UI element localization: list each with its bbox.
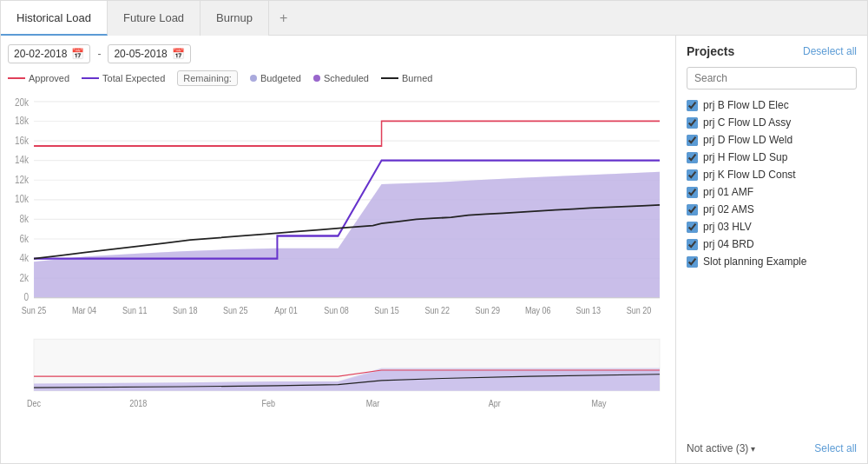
- calendar-from-icon: 📅: [71, 48, 84, 60]
- prj-03-checkbox[interactable]: [687, 222, 698, 233]
- svg-text:16k: 16k: [15, 135, 30, 146]
- tab-historical[interactable]: Historical Load: [1, 1, 108, 36]
- svg-text:10k: 10k: [15, 194, 30, 205]
- svg-text:2k: 2k: [19, 272, 29, 283]
- svg-text:14k: 14k: [15, 154, 30, 165]
- legend-total-expected: Total Expected: [82, 73, 165, 83]
- svg-text:18k: 18k: [15, 115, 30, 126]
- app-container: Historical Load Future Load Burnup + 20-…: [0, 0, 868, 464]
- list-item: prj D Flow LD Weld: [687, 131, 857, 149]
- prj-03-label: prj 03 HLV: [703, 221, 752, 233]
- legend-scheduled: Scheduled: [313, 73, 369, 83]
- list-item: Slot planning Example: [687, 253, 857, 270]
- prj-h-label: prj H Flow LD Sup: [703, 151, 787, 163]
- slot-label: Slot planning Example: [703, 255, 806, 268]
- date-separator: -: [97, 48, 101, 60]
- svg-text:May 06: May 06: [525, 305, 551, 315]
- prj-b-label: prj B Flow LD Elec: [703, 99, 789, 111]
- approved-line-icon: [8, 77, 25, 79]
- list-item: prj B Flow LD Elec: [687, 96, 857, 114]
- date-from-input[interactable]: 20-02-2018 📅: [8, 44, 90, 63]
- main-chart-svg: 20k 18k 16k 14k 12k 10k 8k 6k 4k 2k 0: [8, 91, 668, 463]
- svg-text:Sun 11: Sun 11: [122, 305, 148, 315]
- not-active-section: Not active (3) ▾ Select all: [687, 437, 857, 454]
- svg-text:Sun 18: Sun 18: [173, 305, 198, 315]
- prj-c-label: prj C Flow LD Assy: [703, 116, 791, 129]
- svg-text:12k: 12k: [15, 174, 30, 185]
- svg-text:Apr: Apr: [489, 398, 502, 408]
- date-range-row: 20-02-2018 📅 - 20-05-2018 📅: [8, 44, 668, 63]
- svg-text:0: 0: [23, 292, 29, 303]
- date-to-input[interactable]: 20-05-2018 📅: [108, 44, 190, 63]
- main-chart-area: 20k 18k 16k 14k 12k 10k 8k 6k 4k 2k 0: [8, 91, 668, 463]
- legend-approved: Approved: [8, 73, 69, 83]
- svg-text:2018: 2018: [129, 398, 147, 408]
- legend-budgeted: Budgeted: [250, 73, 301, 83]
- scheduled-area: [34, 172, 660, 298]
- budgeted-dot-icon: [250, 75, 257, 82]
- prj-k-label: prj K Flow LD Const: [703, 169, 796, 181]
- svg-text:Sun 25: Sun 25: [223, 305, 248, 315]
- prj-d-checkbox[interactable]: [687, 135, 698, 146]
- legend-row: Approved Total Expected Remaining: Budge…: [8, 70, 668, 86]
- svg-text:Dec: Dec: [27, 398, 41, 408]
- svg-text:6k: 6k: [19, 233, 29, 244]
- tab-future[interactable]: Future Load: [108, 1, 201, 36]
- svg-text:Sun 29: Sun 29: [475, 305, 500, 315]
- tab-burnup[interactable]: Burnup: [201, 1, 269, 36]
- projects-title: Projects: [687, 44, 734, 58]
- burned-line-icon: [381, 77, 398, 79]
- list-item: prj H Flow LD Sup: [687, 149, 857, 166]
- list-item: prj 02 AMS: [687, 201, 857, 218]
- svg-text:Sun 20: Sun 20: [627, 305, 652, 315]
- svg-text:May: May: [591, 398, 606, 408]
- prj-b-checkbox[interactable]: [687, 100, 698, 111]
- scheduled-dot-icon: [313, 75, 320, 82]
- list-item: prj K Flow LD Const: [687, 166, 857, 183]
- prj-01-checkbox[interactable]: [687, 187, 698, 198]
- prj-h-checkbox[interactable]: [687, 152, 698, 163]
- tabs-bar: Historical Load Future Load Burnup +: [1, 1, 867, 36]
- list-item: prj 03 HLV: [687, 218, 857, 235]
- svg-text:Sun 25: Sun 25: [22, 305, 47, 315]
- svg-text:Sun 13: Sun 13: [576, 305, 602, 315]
- svg-text:20k: 20k: [15, 96, 30, 108]
- total-expected-line-icon: [82, 77, 99, 79]
- svg-text:Mar 04: Mar 04: [72, 305, 96, 315]
- legend-burned: Burned: [381, 73, 432, 83]
- prj-02-checkbox[interactable]: [687, 204, 698, 215]
- svg-text:Sun 15: Sun 15: [374, 305, 399, 315]
- prj-04-checkbox[interactable]: [687, 239, 698, 250]
- prj-c-checkbox[interactable]: [687, 117, 698, 129]
- not-active-label[interactable]: Not active (3) ▾: [687, 442, 755, 454]
- tab-add-button[interactable]: +: [269, 1, 298, 36]
- prj-k-checkbox[interactable]: [687, 169, 698, 181]
- list-item: prj 01 AMF: [687, 183, 857, 201]
- project-list: prj B Flow LD Elec prj C Flow LD Assy pr…: [687, 96, 857, 430]
- prj-02-label: prj 02 AMS: [703, 203, 754, 215]
- deselect-all-button[interactable]: Deselect all: [803, 45, 857, 57]
- right-panel: Projects Deselect all prj B Flow LD Elec…: [676, 36, 867, 463]
- select-all-button[interactable]: Select all: [814, 442, 857, 454]
- svg-text:Sun 22: Sun 22: [424, 305, 450, 315]
- approved-line: [34, 121, 660, 146]
- calendar-to-icon: 📅: [172, 48, 185, 60]
- panel-header: Projects Deselect all: [687, 44, 857, 58]
- chart-panel: 20-02-2018 📅 - 20-05-2018 📅 Approved Tot…: [1, 36, 676, 463]
- slot-checkbox[interactable]: [687, 256, 698, 268]
- prj-01-label: prj 01 AMF: [703, 186, 753, 198]
- search-input[interactable]: [687, 67, 857, 89]
- svg-text:8k: 8k: [19, 213, 29, 224]
- prj-04-label: prj 04 BRD: [703, 238, 754, 250]
- svg-text:4k: 4k: [19, 252, 29, 263]
- prj-d-label: prj D Flow LD Weld: [703, 134, 792, 146]
- legend-remaining-label: Remaining:: [177, 70, 238, 86]
- list-item: prj 04 BRD: [687, 235, 857, 253]
- svg-text:Mar: Mar: [366, 398, 380, 408]
- svg-text:Apr 01: Apr 01: [274, 305, 298, 315]
- content-area: 20-02-2018 📅 - 20-05-2018 📅 Approved Tot…: [1, 36, 867, 463]
- svg-text:Feb: Feb: [262, 398, 276, 408]
- svg-text:Sun 08: Sun 08: [324, 305, 349, 315]
- list-item: prj C Flow LD Assy: [687, 114, 857, 131]
- chevron-down-icon: ▾: [751, 444, 755, 454]
